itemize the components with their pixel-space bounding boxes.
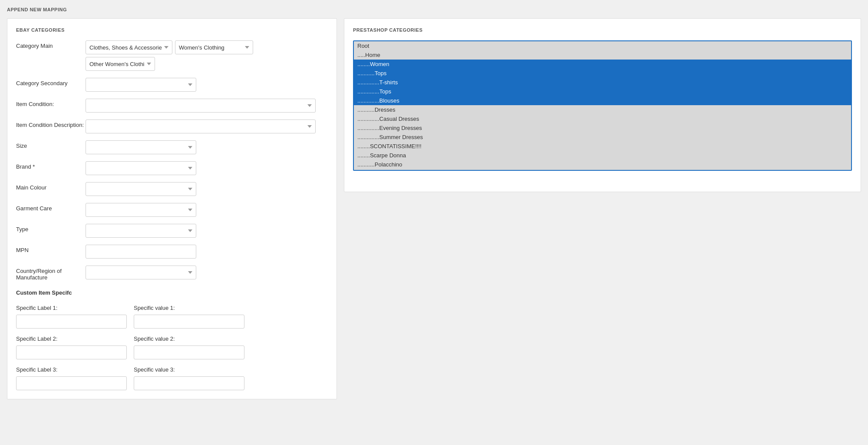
type-dropdown[interactable] (86, 224, 196, 238)
specific-value3-col-header: Specific value 3: (134, 366, 244, 373)
specific-value2-input[interactable] (134, 345, 244, 359)
brand-dropdown[interactable] (86, 161, 196, 175)
type-label: Type (16, 224, 86, 232)
category-list-item[interactable]: .....Home (354, 50, 851, 60)
category-main-dropdown1[interactable]: Clothes, Shoes & Accessories (86, 40, 172, 54)
specifics-pairs: Specific Label 1: Specific value 1: Spec… (16, 305, 328, 390)
custom-item-specific-header: Custom Item Specifc (16, 289, 328, 296)
size-dropdown[interactable] (86, 140, 196, 154)
category-main-row1: Clothes, Shoes & Accessories Women's Clo… (86, 40, 253, 54)
type-row: Type (16, 224, 328, 238)
specific-label3-header: Specific Label 3: Specific value 3: (16, 366, 328, 373)
specific-pair-3 (16, 376, 328, 390)
garment-care-dropdown[interactable] (86, 203, 196, 217)
garment-care-label: Garment Care (16, 203, 86, 212)
category-list-item[interactable]: ..............Casual Dresses (354, 114, 851, 123)
category-secondary-dropdown[interactable] (86, 78, 196, 92)
item-condition-desc-controls (86, 120, 328, 133)
category-list-item[interactable]: ..............Tops (354, 87, 851, 96)
category-list-item[interactable]: ........Women (354, 60, 851, 69)
item-condition-controls (86, 99, 328, 113)
category-list-item[interactable]: ..............Evening Dresses (354, 123, 851, 133)
mpn-input[interactable] (86, 245, 196, 259)
item-condition-dropdown[interactable] (86, 99, 316, 113)
category-main-label: Category Main (16, 40, 86, 49)
category-list-item[interactable]: ...........Tops (354, 69, 851, 78)
brand-row: Brand * (16, 161, 328, 175)
mpn-row: MPN (16, 245, 328, 259)
specific-label3-input[interactable] (16, 376, 127, 390)
category-list-box[interactable]: Root.....Home........Women...........Top… (353, 40, 852, 171)
type-controls (86, 224, 328, 238)
page-wrapper: APPEND NEW MAPPING EBAY CATEGORIES Categ… (0, 0, 868, 445)
category-list-item[interactable]: ...........Dresses (354, 105, 851, 114)
specific-pair-2 (16, 345, 328, 359)
garment-care-row: Garment Care (16, 203, 328, 217)
category-list-item[interactable]: ...........Polacchino (354, 160, 851, 169)
category-main-dropdown2[interactable]: Women's Clothing (175, 40, 253, 54)
item-condition-desc-row: Item Condition Description: (16, 120, 328, 133)
item-condition-row: Item Condition: (16, 99, 328, 113)
category-secondary-label: Category Secondary (16, 78, 86, 86)
prestashop-panel-title: PRESTASHOP CATEGORIES (353, 27, 852, 33)
mpn-label: MPN (16, 245, 86, 253)
specific-value1-col-header: Specific value 1: (134, 305, 244, 311)
category-list-item[interactable]: ...........Infradito (354, 169, 851, 171)
specific-pair-1 (16, 315, 328, 329)
specific-label1-header: Specific Label 1: Specific value 1: (16, 305, 328, 311)
size-label: Size (16, 140, 86, 149)
specifics-section: Specific Label 1: Specific value 1: Spec… (16, 305, 328, 390)
ebay-panel-title: EBAY CATEGORIES (16, 27, 328, 33)
specific-label1-col-header: Specific Label 1: (16, 305, 127, 311)
ebay-categories-panel: EBAY CATEGORIES Category Main Clothes, S… (7, 18, 337, 399)
size-row: Size (16, 140, 328, 154)
country-region-dropdown[interactable] (86, 266, 196, 279)
specific-label1-input[interactable] (16, 315, 127, 329)
country-region-label: Country/Region of Manufacture (16, 266, 86, 281)
category-list-item[interactable]: ..............Blouses (354, 96, 851, 105)
category-main-dropdown3[interactable]: Other Women's Clothing (86, 57, 155, 71)
category-main-row2: Other Women's Clothing (86, 57, 253, 71)
size-controls (86, 140, 328, 154)
category-list-item[interactable]: ........Scarpe Donna (354, 151, 851, 160)
specific-value1-input[interactable] (134, 315, 244, 329)
category-list-item[interactable]: Root (354, 41, 851, 50)
category-main-row: Category Main Clothes, Shoes & Accessori… (16, 40, 328, 71)
item-condition-desc-dropdown[interactable] (86, 120, 316, 133)
main-colour-controls (86, 182, 328, 196)
panels-row: EBAY CATEGORIES Category Main Clothes, S… (7, 18, 861, 399)
specific-label3-col-header: Specific Label 3: (16, 366, 127, 373)
main-colour-row: Main Colour (16, 182, 328, 196)
main-colour-label: Main Colour (16, 182, 86, 191)
category-secondary-row: Category Secondary (16, 78, 328, 92)
item-condition-desc-label: Item Condition Description: (16, 120, 86, 128)
category-list-item[interactable]: ..............T-shirts (354, 78, 851, 87)
specific-label2-col-header: Specific Label 2: (16, 335, 127, 342)
category-main-controls: Clothes, Shoes & Accessories Women's Clo… (86, 40, 253, 71)
specific-label2-input[interactable] (16, 345, 127, 359)
specific-label2-header: Specific Label 2: Specific value 2: (16, 335, 328, 342)
specific-value2-col-header: Specific value 2: (134, 335, 244, 342)
page-title: APPEND NEW MAPPING (7, 7, 861, 12)
brand-controls (86, 161, 328, 175)
brand-label: Brand * (16, 161, 86, 170)
category-list-item[interactable]: ........SCONTATISSIME!!!! (354, 142, 851, 151)
prestashop-categories-panel: PRESTASHOP CATEGORIES Root.....Home.....… (344, 18, 861, 192)
garment-care-controls (86, 203, 328, 217)
mpn-controls (86, 245, 328, 259)
category-list-item[interactable]: ..............Summer Dresses (354, 133, 851, 142)
specific-value3-input[interactable] (134, 376, 244, 390)
country-region-controls (86, 266, 328, 279)
country-region-row: Country/Region of Manufacture (16, 266, 328, 281)
item-condition-label: Item Condition: (16, 99, 86, 107)
category-secondary-controls (86, 78, 328, 92)
main-colour-dropdown[interactable] (86, 182, 196, 196)
